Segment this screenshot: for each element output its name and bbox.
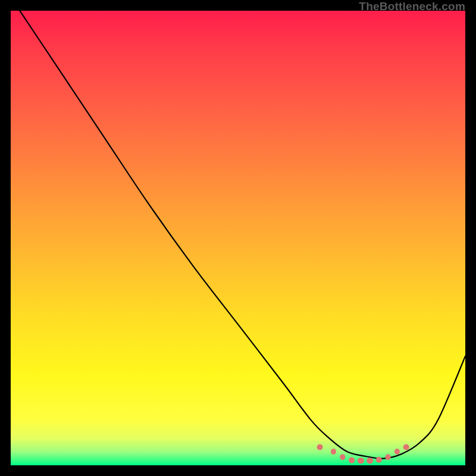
min-dot <box>376 457 382 463</box>
min-dot <box>317 444 323 450</box>
minimum-region-dots <box>317 444 409 464</box>
min-dot <box>367 458 373 464</box>
min-dot <box>331 449 336 455</box>
bottleneck-curve <box>11 11 465 459</box>
plot-area <box>11 11 465 465</box>
min-dot <box>358 458 364 464</box>
chart-frame: TheBottleneck.com <box>0 0 476 476</box>
min-dot <box>394 449 400 455</box>
min-dot <box>386 454 391 460</box>
chart-svg <box>11 11 465 465</box>
min-dot <box>403 444 409 450</box>
min-dot <box>349 458 355 464</box>
min-dot <box>340 454 345 460</box>
